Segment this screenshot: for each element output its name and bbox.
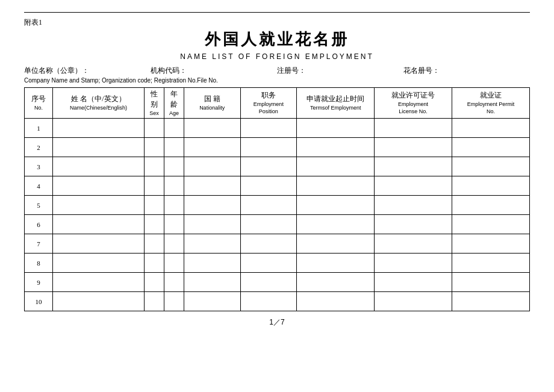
table-cell: 2 (25, 138, 53, 157)
appendix-label: 附表1 (24, 17, 530, 28)
table-row: 7 (25, 234, 530, 254)
table-cell (297, 254, 375, 273)
table-cell (240, 273, 297, 292)
th-age: 年龄 Age (164, 88, 184, 119)
th-name: 姓 名（中/英文） Name(Chinese/English) (52, 88, 144, 119)
table-cell (52, 292, 144, 311)
table-cell (297, 176, 375, 196)
page-container: 附表1 外国人就业花名册 NAME LIST OF FOREIGN EMPLOY… (24, 12, 530, 328)
table-cell: 3 (25, 157, 53, 176)
table-cell: 5 (25, 196, 53, 215)
th-position: 职务 EmploymentPosition (240, 88, 297, 119)
company-label: 单位名称（公章）： (24, 66, 151, 76)
table-cell (297, 119, 375, 138)
table-cell (52, 273, 144, 292)
org-code-label: 机构代码： (151, 66, 277, 76)
top-border (24, 12, 530, 13)
table-cell (184, 157, 240, 176)
table-cell (52, 254, 144, 273)
table-cell (375, 254, 452, 273)
table-cell (145, 234, 164, 254)
table-cell: 7 (25, 234, 53, 254)
table-cell (240, 138, 297, 157)
meta-note: Company Name and Stamp; Organization cod… (24, 77, 530, 84)
table-cell (375, 234, 452, 254)
th-no: 序号 No. (25, 88, 53, 119)
table-cell (240, 176, 297, 196)
th-terms: 申请就业起止时间 Termsof Employment (297, 88, 375, 119)
table-cell (52, 196, 144, 215)
table-cell (297, 215, 375, 234)
table-cell (145, 157, 164, 176)
table-cell (164, 196, 184, 215)
sub-title: NAME LIST OF FOREIGN EMPLOYMENT (24, 52, 530, 61)
table-cell (145, 196, 164, 215)
table-cell (452, 176, 530, 196)
table-cell (164, 292, 184, 311)
table-cell (240, 215, 297, 234)
table-row: 5 (25, 196, 530, 215)
table-cell (164, 119, 184, 138)
table-cell (184, 215, 240, 234)
table-row: 10 (25, 292, 530, 311)
meta-row: 单位名称（公章）： 机构代码： 注册号： 花名册号： (24, 66, 530, 76)
table-cell (375, 176, 452, 196)
table-row: 8 (25, 254, 530, 273)
th-nationality: 国 籍 Nationality (184, 88, 240, 119)
table-cell (452, 273, 530, 292)
table-cell (240, 119, 297, 138)
table-cell (145, 292, 164, 311)
table-cell (164, 273, 184, 292)
table-cell (452, 292, 530, 311)
table-cell (375, 138, 452, 157)
reg-no-label: 注册号： (277, 66, 403, 76)
table-cell (52, 234, 144, 254)
table-cell (184, 176, 240, 196)
table-cell (452, 119, 530, 138)
table-cell (145, 119, 164, 138)
table-cell (164, 234, 184, 254)
table-row: 1 (25, 119, 530, 138)
table-cell (297, 234, 375, 254)
table-cell (52, 157, 144, 176)
table-cell (184, 292, 240, 311)
table-cell (375, 196, 452, 215)
table-cell: 9 (25, 273, 53, 292)
table-cell (164, 138, 184, 157)
table-cell (145, 138, 164, 157)
table-cell (452, 254, 530, 273)
table-cell: 4 (25, 176, 53, 196)
table-cell (184, 254, 240, 273)
main-title: 外国人就业花名册 (24, 29, 530, 50)
table-cell: 1 (25, 119, 53, 138)
table-cell: 8 (25, 254, 53, 273)
table-cell (297, 138, 375, 157)
table-cell: 10 (25, 292, 53, 311)
table-row: 4 (25, 176, 530, 196)
table-cell (375, 215, 452, 234)
table-cell (184, 119, 240, 138)
table-cell (164, 176, 184, 196)
table-cell (52, 119, 144, 138)
table-cell (375, 292, 452, 311)
table-cell (240, 292, 297, 311)
table-cell (297, 292, 375, 311)
table-row: 9 (25, 273, 530, 292)
table-cell (452, 215, 530, 234)
th-permit: 就业证 Employment PermitNo. (452, 88, 530, 119)
table-row: 2 (25, 138, 530, 157)
table-cell (240, 234, 297, 254)
table-cell: 6 (25, 215, 53, 234)
th-license: 就业许可证号 EmploymentLicense No. (375, 88, 452, 119)
table-cell (452, 157, 530, 176)
table-cell (452, 196, 530, 215)
table-cell (145, 215, 164, 234)
table-cell (375, 157, 452, 176)
main-table: 序号 No. 姓 名（中/英文） Name(Chinese/English) 性… (24, 87, 530, 311)
table-cell (375, 119, 452, 138)
table-cell (240, 157, 297, 176)
table-header-row: 序号 No. 姓 名（中/英文） Name(Chinese/English) 性… (25, 88, 530, 119)
table-cell (164, 254, 184, 273)
table-cell (184, 138, 240, 157)
th-sex: 性别 Sex (145, 88, 164, 119)
